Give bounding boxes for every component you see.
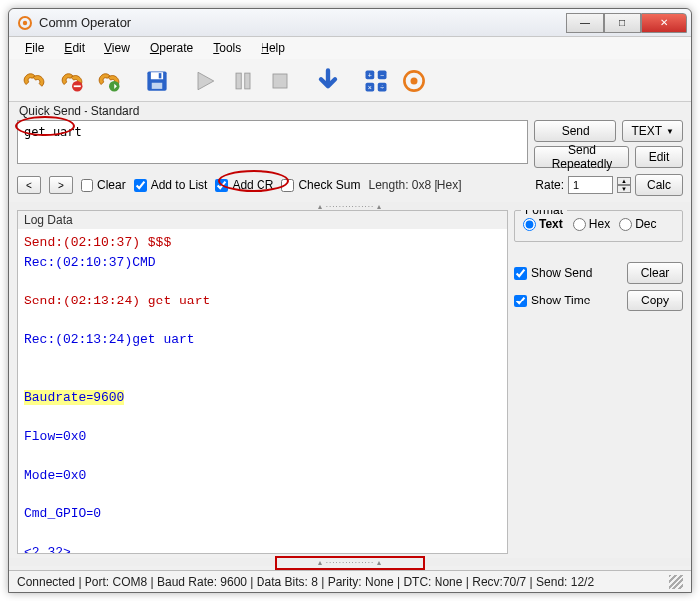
chevron-down-icon: ▼ <box>666 127 674 136</box>
send-button[interactable]: Send <box>534 120 616 142</box>
svg-text:÷: ÷ <box>380 83 384 90</box>
play-icon[interactable] <box>188 64 222 98</box>
svg-text:×: × <box>368 83 372 90</box>
svg-rect-9 <box>236 73 241 89</box>
format-text-radio[interactable]: Text <box>523 217 563 231</box>
disconnect-icon[interactable] <box>55 64 88 98</box>
save-icon[interactable] <box>140 64 174 98</box>
svg-point-1 <box>23 20 27 24</box>
edit-button[interactable]: Edit <box>635 146 683 168</box>
menu-edit[interactable]: Edit <box>58 39 90 57</box>
send-input[interactable] <box>17 120 528 164</box>
svg-rect-8 <box>159 73 162 78</box>
spinner-up-icon[interactable]: ▲ <box>617 177 631 185</box>
nav-next-button[interactable]: > <box>49 176 73 194</box>
close-button[interactable]: ✕ <box>641 13 687 33</box>
horizontal-splitter-top[interactable]: ▴ ··············· ▴ <box>9 202 691 210</box>
pause-icon[interactable] <box>226 64 260 98</box>
toolbar: + − × ÷ <box>9 59 691 102</box>
connection-settings-icon[interactable] <box>92 64 126 98</box>
svg-rect-7 <box>152 82 163 88</box>
svg-rect-10 <box>245 73 250 89</box>
format-dec-radio[interactable]: Dec <box>619 217 656 231</box>
svg-point-21 <box>411 77 418 84</box>
annotation-rect-splitter <box>275 556 425 570</box>
maximize-button[interactable]: □ <box>604 13 641 33</box>
minimize-button[interactable]: — <box>566 13 604 33</box>
show-send-checkbox[interactable]: Show Send <box>514 266 621 280</box>
format-group: Format Text Hex Dec <box>514 210 683 242</box>
menu-view[interactable]: View <box>98 39 136 57</box>
svg-text:+: + <box>368 71 372 78</box>
copy-log-button[interactable]: Copy <box>627 290 683 311</box>
menu-tools[interactable]: Tools <box>207 39 247 57</box>
status-text: Connected | Port: COM8 | Baud Rate: 9600… <box>17 575 594 589</box>
show-time-checkbox[interactable]: Show Time <box>514 294 621 307</box>
clear-log-button[interactable]: Clear <box>627 262 683 284</box>
log-panel: Log Data Send:(02:10:37) $$$ Rec:(02:10:… <box>17 210 508 554</box>
rate-input[interactable] <box>568 176 613 194</box>
status-bar: Connected | Port: COM8 | Baud Rate: 9600… <box>9 570 691 592</box>
addcr-label: Add CR <box>232 178 273 192</box>
log-text[interactable]: Send:(02:10:37) $$$ Rec:(02:10:37)CMD Se… <box>18 229 507 553</box>
calculator-icon[interactable]: + − × ÷ <box>359 64 393 98</box>
quicksend-section-label: Quick Send - Standard <box>9 102 691 120</box>
svg-text:−: − <box>380 71 384 78</box>
spinner-down-icon[interactable]: ▼ <box>617 185 631 193</box>
length-label: Length: 0x8 [Hex] <box>368 178 461 192</box>
text-mode-label: TEXT <box>631 124 662 138</box>
addcr-checkbox[interactable]: Add CR <box>215 178 273 192</box>
svg-rect-11 <box>273 74 287 88</box>
clear-checkbox[interactable]: Clear <box>81 178 126 192</box>
connect-icon[interactable] <box>17 64 51 98</box>
download-icon[interactable] <box>311 64 345 98</box>
title-bar: Comm Operator — □ ✕ <box>9 9 691 37</box>
stop-icon[interactable] <box>263 64 297 98</box>
addtolist-checkbox[interactable]: Add to List <box>134 178 208 192</box>
nav-prev-button[interactable]: < <box>17 176 41 194</box>
app-icon <box>17 15 33 31</box>
checksum-label: Check Sum <box>298 178 360 192</box>
text-mode-dropdown[interactable]: TEXT ▼ <box>622 120 683 142</box>
calc-button[interactable]: Calc <box>635 174 683 196</box>
menu-file[interactable]: File <box>19 39 50 57</box>
format-hex-radio[interactable]: Hex <box>573 217 610 231</box>
clear-label: Clear <box>97 178 126 192</box>
rate-label: Rate: <box>535 178 564 192</box>
rate-spinner[interactable]: ▲ ▼ <box>617 177 631 193</box>
resize-grip-icon[interactable] <box>669 575 683 589</box>
svg-rect-3 <box>74 85 81 87</box>
send-repeatedly-button[interactable]: Send Repeatedly <box>534 146 629 168</box>
target-icon[interactable] <box>397 64 431 98</box>
checksum-checkbox[interactable]: Check Sum <box>281 178 360 192</box>
menu-help[interactable]: Help <box>255 39 291 57</box>
format-legend: Format <box>521 210 567 217</box>
log-legend: Log Data <box>18 211 507 229</box>
app-window: Comm Operator — □ ✕ File Edit View Opera… <box>8 8 692 593</box>
menu-operate[interactable]: Operate <box>144 39 199 57</box>
window-title: Comm Operator <box>39 15 566 30</box>
menu-bar: File Edit View Operate Tools Help <box>9 37 691 59</box>
addtolist-label: Add to List <box>151 178 208 192</box>
